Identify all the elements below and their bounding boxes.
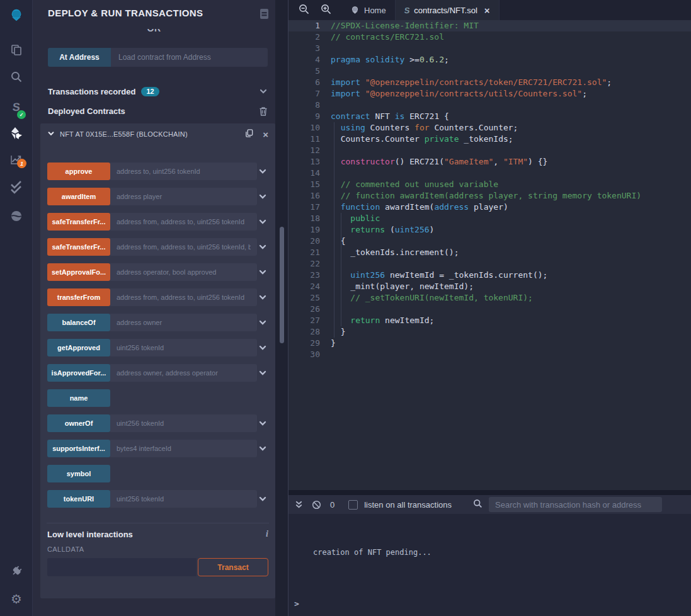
contract-functions: approveawardItemsafeTransferFr...safeTra… xyxy=(47,163,268,508)
chevron-down-icon[interactable] xyxy=(257,419,268,428)
function-args-input[interactable] xyxy=(110,364,257,382)
function-args-input[interactable] xyxy=(110,213,257,231)
chevron-down-icon[interactable] xyxy=(259,87,268,96)
chevron-down-icon[interactable] xyxy=(257,318,268,327)
code-line: 2// contracts/ERC721.sol xyxy=(288,31,691,43)
plugin-sphere-icon[interactable] xyxy=(9,208,24,224)
unit-testing-icon[interactable] xyxy=(9,180,24,195)
function-args-input[interactable] xyxy=(110,288,257,306)
documentation-book-icon[interactable] xyxy=(259,8,270,22)
function-args-input[interactable] xyxy=(110,163,257,180)
chevron-down-icon[interactable] xyxy=(257,494,268,503)
copy-icon[interactable] xyxy=(244,128,254,140)
chevron-down-icon[interactable] xyxy=(257,217,268,226)
function-args-input[interactable] xyxy=(110,238,257,256)
transact-button[interactable]: Transact xyxy=(198,558,268,576)
plugin-manager-icon[interactable] xyxy=(9,564,24,579)
indent-guide xyxy=(341,213,341,326)
function-row: supportsInterf... xyxy=(47,440,268,457)
settings-gear-icon[interactable]: ⚙ xyxy=(9,591,24,607)
deploy-and-run-icon[interactable] xyxy=(9,126,24,141)
chevron-down-icon[interactable] xyxy=(257,167,268,176)
function-button[interactable]: transferFrom xyxy=(47,288,110,306)
close-tab-icon[interactable]: × xyxy=(484,5,490,16)
chevron-down-icon[interactable] xyxy=(257,368,268,377)
function-button[interactable]: safeTransferFr... xyxy=(47,238,110,256)
function-args-input[interactable] xyxy=(110,490,257,508)
deploy-run-panel: DEPLOY & RUN TRANSACTIONS OR At Address … xyxy=(33,0,275,616)
terminal-content[interactable]: creation of NFT pending... > xyxy=(288,514,691,616)
code-line: 4pragma solidity >=0.6.2; xyxy=(288,54,691,66)
function-button[interactable]: ownerOf xyxy=(47,414,110,432)
code-line: 30 xyxy=(288,349,691,360)
scrollbar-thumb[interactable] xyxy=(280,227,284,343)
chevron-down-icon[interactable] xyxy=(257,444,268,453)
function-args-input[interactable] xyxy=(110,440,257,457)
zoom-in-icon[interactable] xyxy=(321,4,331,17)
remix-logo-icon[interactable] xyxy=(9,8,24,23)
code-line: 1//SPDX-License-Identifier: MIT xyxy=(288,20,691,31)
tab-home[interactable]: Home xyxy=(341,0,396,20)
code-line: 5 xyxy=(288,66,691,77)
function-button[interactable]: name xyxy=(47,389,110,407)
function-button[interactable]: supportsInterf... xyxy=(47,440,110,457)
chevron-down-icon[interactable] xyxy=(257,242,268,251)
solidity-file-icon: S xyxy=(404,6,411,15)
function-button[interactable]: getApproved xyxy=(47,339,110,356)
chevron-down-icon[interactable] xyxy=(257,293,268,302)
code-line: 13 constructor() ERC721("GameItem", "ITM… xyxy=(288,156,691,168)
function-row: safeTransferFr... xyxy=(47,213,268,231)
function-row: setApprovalFo... xyxy=(47,263,268,281)
trash-icon[interactable] xyxy=(259,106,268,116)
code-editor[interactable]: 1//SPDX-License-Identifier: MIT2// contr… xyxy=(288,20,691,490)
function-row: name xyxy=(47,389,268,407)
function-button[interactable]: symbol xyxy=(47,465,110,482)
function-args-input[interactable] xyxy=(110,314,257,331)
transactions-recorded-row[interactable]: Transactions recorded 12 xyxy=(48,84,268,98)
function-button[interactable]: approve xyxy=(47,163,110,180)
code-line: 20 { xyxy=(288,236,691,247)
code-line: 19 returns (uint256) xyxy=(288,224,691,236)
calldata-input[interactable] xyxy=(47,558,197,576)
function-args-input[interactable] xyxy=(110,339,257,356)
zoom-out-icon[interactable] xyxy=(299,4,309,17)
terminal-resize-handle[interactable] xyxy=(288,490,691,495)
search-icon[interactable] xyxy=(9,69,24,84)
clear-console-icon[interactable] xyxy=(312,500,321,510)
listen-all-transactions-checkbox[interactable] xyxy=(348,500,358,510)
indent-guide xyxy=(334,122,334,338)
function-button[interactable]: balanceOf xyxy=(47,314,110,331)
file-explorer-icon[interactable] xyxy=(9,42,24,57)
code-line: 25 // _setTokenURI(newItemId, tokenURI); xyxy=(288,292,691,304)
function-args-input[interactable] xyxy=(110,188,257,205)
function-args-input[interactable] xyxy=(110,414,257,432)
function-button[interactable]: safeTransferFr... xyxy=(47,213,110,231)
close-icon[interactable]: × xyxy=(263,129,268,140)
code-line: 16 // function awardItem(address player,… xyxy=(288,190,691,202)
expand-terminal-icon[interactable] xyxy=(295,500,303,509)
terminal-search-input[interactable] xyxy=(489,497,662,512)
remix-logo-icon xyxy=(350,6,360,15)
function-button[interactable]: tokenURI xyxy=(47,490,110,508)
function-row: approve xyxy=(47,163,268,180)
code-line: 12 xyxy=(288,145,691,156)
tab-contracts-nft-sol[interactable]: S contracts/NFT.sol × xyxy=(396,0,500,20)
chevron-down-icon[interactable] xyxy=(257,192,268,201)
analytics-notification-badge: 1 xyxy=(17,159,26,168)
function-button[interactable]: setApprovalFo... xyxy=(47,263,110,281)
code-line: 18 public xyxy=(288,213,691,224)
chevron-down-icon[interactable] xyxy=(257,268,268,277)
search-icon xyxy=(473,499,483,511)
function-button[interactable]: awardItem xyxy=(47,188,110,205)
code-line: 21 _tokenIds.increment(); xyxy=(288,247,691,258)
function-args-input[interactable] xyxy=(110,263,257,281)
info-icon[interactable]: i xyxy=(266,529,268,539)
chevron-down-icon[interactable] xyxy=(47,128,55,140)
function-row: getApproved xyxy=(47,339,268,356)
panel-scroll-gutter xyxy=(275,0,288,616)
function-button[interactable]: isApprovedFor... xyxy=(47,364,110,382)
at-address-button[interactable]: At Address xyxy=(48,48,111,67)
remix-ide-window: S ✓ 1 xyxy=(0,0,691,616)
chevron-down-icon[interactable] xyxy=(257,343,268,352)
at-address-input[interactable] xyxy=(111,48,268,67)
